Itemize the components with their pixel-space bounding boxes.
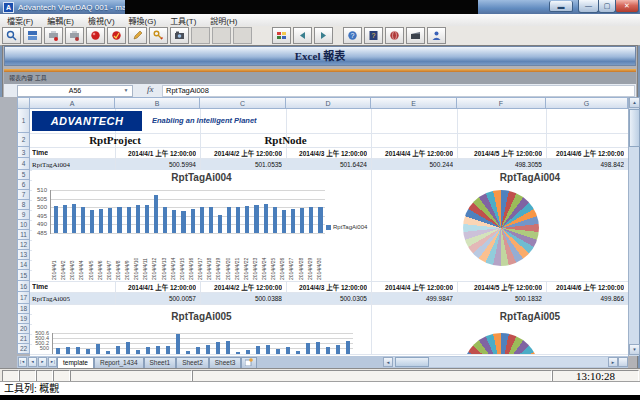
report-subbar-label[interactable]: 報表內容 工具 bbox=[4, 72, 636, 84]
alarm-ack-icon[interactable] bbox=[107, 27, 126, 44]
tab-last-icon[interactable]: ►| bbox=[48, 357, 57, 367]
sheet-tab-template[interactable]: template bbox=[57, 357, 94, 368]
row-header-22[interactable]: 22 bbox=[17, 344, 30, 354]
data-cell[interactable]: 2014/4/6 上午 12:00:00 bbox=[546, 148, 624, 159]
row-header-20[interactable]: 20 bbox=[17, 324, 30, 334]
data-cell[interactable]: 499.9847 bbox=[371, 293, 453, 305]
column-header-A[interactable]: A bbox=[30, 97, 115, 109]
data-cell[interactable]: 500.0305 bbox=[286, 293, 367, 305]
row-header-4[interactable]: 4 bbox=[17, 158, 30, 170]
data-cell[interactable]: 2014/4/2 上午 12:00:00 bbox=[200, 148, 282, 159]
maximize-button[interactable]: ▢ bbox=[598, 0, 616, 13]
cell-name-box[interactable]: A56 bbox=[17, 85, 133, 97]
data-cell[interactable]: 2014/4/1 上午 12:00:00 bbox=[115, 282, 196, 293]
sheet-tab-Sheet3[interactable]: Sheet3 bbox=[209, 357, 242, 368]
print-alarm-icon[interactable] bbox=[44, 27, 63, 44]
forward-arrow-icon[interactable] bbox=[314, 27, 333, 44]
scroll-left-icon[interactable]: ◄ bbox=[383, 357, 393, 367]
row-header-9[interactable]: 9 bbox=[17, 210, 30, 220]
row-header-1[interactable]: 1 bbox=[17, 109, 30, 133]
report-summary-icon[interactable] bbox=[23, 27, 42, 44]
minimize-button[interactable]: — bbox=[578, 0, 599, 13]
data-cell[interactable]: 2014/4/5 上午 12:00:00 bbox=[457, 148, 542, 159]
column-header-F[interactable]: F bbox=[457, 97, 546, 109]
spreadsheet-grid[interactable]: ADVANTECH Enabling an Intelligent Planet… bbox=[30, 109, 628, 356]
close-button[interactable]: ✕ bbox=[615, 0, 639, 13]
window-extra-button[interactable]: ▬ bbox=[549, 1, 573, 12]
user-icon[interactable] bbox=[427, 27, 446, 44]
menu-item-4[interactable]: 工具(T) bbox=[163, 15, 203, 26]
column-header-G[interactable]: G bbox=[546, 97, 628, 109]
tab-next-icon[interactable]: ► bbox=[38, 357, 47, 367]
bar-chart-rpttagai005[interactable]: RptTagAi005 500500.2500.4500.6 bbox=[32, 305, 371, 354]
scroll-right-icon[interactable]: ► bbox=[608, 357, 618, 367]
search-icon[interactable] bbox=[2, 27, 21, 44]
sheet-tab-Sheet2[interactable]: Sheet2 bbox=[176, 357, 209, 368]
data-cell[interactable]: 2014/4/3 上午 12:00:00 bbox=[286, 282, 367, 293]
edit-pen-icon[interactable] bbox=[128, 27, 147, 44]
row-header-3[interactable]: 3 bbox=[17, 147, 30, 158]
row-header-19[interactable]: 19 bbox=[17, 314, 30, 324]
web-help-icon[interactable]: ? bbox=[343, 27, 362, 44]
sheet-tab-Sheet1[interactable]: Sheet1 bbox=[144, 357, 177, 368]
print-report-icon[interactable] bbox=[65, 27, 84, 44]
alarm-red-icon[interactable] bbox=[86, 27, 105, 44]
help-book-icon[interactable]: ? bbox=[364, 27, 383, 44]
pie-chart-rpttagai004[interactable]: RptTagAi004 bbox=[372, 170, 628, 281]
horizontal-scroll-thumb[interactable] bbox=[395, 357, 429, 367]
row-header-5[interactable]: 5 bbox=[17, 170, 30, 180]
scrollbar-grip[interactable] bbox=[618, 357, 628, 367]
data-cell[interactable]: 500.0388 bbox=[200, 293, 282, 305]
data-cell[interactable]: 2014/4/3 上午 12:00:00 bbox=[286, 148, 367, 159]
scroll-down-icon[interactable]: ▼ bbox=[629, 344, 640, 355]
column-header-E[interactable]: E bbox=[371, 97, 457, 109]
data-cell[interactable]: 2014/4/4 上午 12:00:00 bbox=[371, 282, 453, 293]
tab-first-icon[interactable]: |◄ bbox=[18, 357, 27, 367]
vertical-scrollbar[interactable]: ▲ ▼ bbox=[628, 97, 639, 356]
scroll-up-icon[interactable]: ▲ bbox=[629, 97, 640, 108]
menu-item-1[interactable]: 編輯(E) bbox=[40, 15, 81, 26]
data-cell[interactable]: 2014/4/1 上午 12:00:00 bbox=[115, 148, 196, 159]
fx-icon[interactable]: fx bbox=[147, 84, 154, 94]
menu-item-0[interactable]: 檔案(F) bbox=[0, 15, 40, 26]
row-header-10[interactable]: 10 bbox=[17, 220, 30, 230]
data-cell[interactable]: 500.0057 bbox=[115, 293, 196, 305]
sheet-tab-Report_1434[interactable]: Report_1434 bbox=[94, 357, 144, 368]
tab-prev-icon[interactable]: ◄ bbox=[28, 357, 37, 367]
insert-worksheet-icon[interactable] bbox=[241, 357, 257, 368]
column-header-D[interactable]: D bbox=[286, 97, 371, 109]
row-header-12[interactable]: 12 bbox=[17, 240, 30, 250]
data-cell[interactable]: 2014/4/4 上午 12:00:00 bbox=[371, 148, 453, 159]
back-arrow-icon[interactable] bbox=[293, 27, 312, 44]
menu-item-2[interactable]: 檢視(V) bbox=[81, 15, 122, 26]
video-clapper-icon[interactable] bbox=[406, 27, 425, 44]
snapshot-camera-icon[interactable] bbox=[170, 27, 189, 44]
row-header-21[interactable]: 21 bbox=[17, 334, 30, 344]
bar-chart-rpttagai004[interactable]: RptTagAi004 485490495500505510 2014/4/12… bbox=[32, 170, 371, 281]
row-header-14[interactable]: 14 bbox=[17, 260, 30, 270]
formula-input[interactable]: RptTagAi008 bbox=[162, 85, 635, 97]
row-header-16[interactable]: 16 bbox=[17, 281, 30, 292]
row-header-8[interactable]: 8 bbox=[17, 200, 30, 210]
title-bar[interactable]: A Advantech ViewDAQ 001 - main:untitled … bbox=[0, 0, 640, 14]
row-header-6[interactable]: 6 bbox=[17, 180, 30, 190]
name-box-dropdown-icon[interactable]: ▼ bbox=[121, 85, 131, 95]
edit-key-icon[interactable] bbox=[149, 27, 168, 44]
vertical-scroll-thumb[interactable] bbox=[629, 109, 640, 147]
row-header-18[interactable]: 18 bbox=[17, 304, 30, 314]
data-cell[interactable]: 499.866 bbox=[546, 293, 624, 305]
data-cell[interactable]: 500.1832 bbox=[457, 293, 542, 305]
palette-icon[interactable] bbox=[272, 27, 291, 44]
column-header-B[interactable]: B bbox=[115, 97, 200, 109]
row-header-7[interactable]: 7 bbox=[17, 190, 30, 200]
select-all-corner[interactable] bbox=[17, 97, 30, 109]
data-cell[interactable]: 2014/4/6 上午 12:00:00 bbox=[546, 282, 624, 293]
horizontal-scrollbar[interactable]: ◄ ► bbox=[383, 357, 628, 367]
pie-chart-rpttagai005[interactable]: RptTagAi005 bbox=[372, 305, 628, 354]
data-cell[interactable]: 2014/4/5 上午 12:00:00 bbox=[457, 282, 542, 293]
row-header-13[interactable]: 13 bbox=[17, 250, 30, 260]
row-header-11[interactable]: 11 bbox=[17, 230, 30, 240]
data-cell[interactable]: 2014/4/2 上午 12:00:00 bbox=[200, 282, 282, 293]
row-header-2[interactable]: 2 bbox=[17, 133, 30, 147]
column-header-C[interactable]: C bbox=[200, 97, 286, 109]
